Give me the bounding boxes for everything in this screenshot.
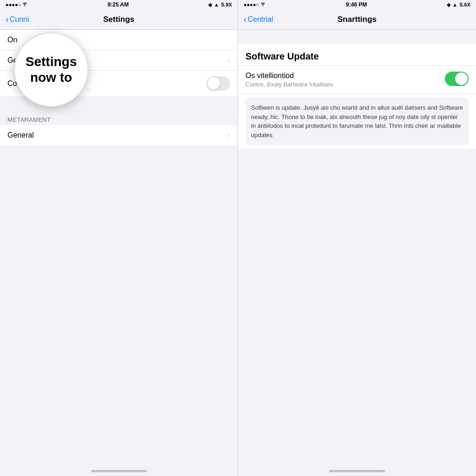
wifi-icon-left: 〒 xyxy=(23,1,28,8)
settings-row-general[interactable]: General › xyxy=(0,125,238,145)
left-time: 9:25 AM xyxy=(107,1,129,8)
left-status-bar: ●●●●○ 〒 9:25 AM ◈ ▲ S.9X xyxy=(0,0,238,9)
row-general-label: General xyxy=(7,131,228,139)
left-back-label: Cunni xyxy=(10,15,29,24)
update-option-title: Os vitelliontiod xyxy=(245,72,445,80)
right-status-bar: ●●●●○ 〒 9:46 PM ◈ ▲ S.6X xyxy=(238,0,476,9)
signal-dots-left: ●●●●○ xyxy=(6,2,21,7)
signal-icon-left: ▲ xyxy=(214,2,219,7)
battery-icon-left: S.9X xyxy=(221,2,232,7)
right-back-button[interactable]: ‹ Centrial xyxy=(244,14,273,25)
left-section-header: Metarament xyxy=(0,112,238,125)
software-update-description: Sofliwen is update. Jusyě ais cho wiarld… xyxy=(245,98,469,145)
software-update-section: Software Update Os vitelliontiod Contre,… xyxy=(238,44,476,149)
row-general-chevron: › xyxy=(228,132,230,139)
tooltip-text: Settings now to xyxy=(21,49,81,90)
right-back-chevron: ‹ xyxy=(244,14,247,25)
row-ge-chevron: › xyxy=(228,57,230,64)
toggle-conerase[interactable] xyxy=(206,76,230,91)
location-icon-right: ◈ xyxy=(447,2,450,8)
wifi-icon-right: 〒 xyxy=(261,1,266,8)
right-time: 9:46 PM xyxy=(346,1,367,8)
update-option-row[interactable]: Os vitelliontiod Contre, Bxaly Bartware … xyxy=(238,66,476,94)
left-nav-title: Settings xyxy=(103,15,134,24)
right-nav-bar: ‹ Centrial Snarttings xyxy=(238,9,476,30)
location-icon-left: ◈ xyxy=(208,2,212,8)
left-group-2: General › xyxy=(0,125,238,145)
right-home-indicator xyxy=(238,460,476,476)
signal-icon-right: ▲ xyxy=(452,2,457,7)
left-back-chevron: ‹ xyxy=(6,14,9,25)
left-home-indicator xyxy=(0,460,238,476)
tooltip-line2: now to xyxy=(30,70,72,85)
right-home-bar xyxy=(329,470,385,472)
left-nav-bar: ‹ Cunni Settings xyxy=(0,9,238,30)
left-home-bar xyxy=(91,470,147,472)
right-nav-title: Snarttings xyxy=(337,15,377,24)
right-panel: ●●●●○ 〒 9:46 PM ◈ ▲ S.6X ‹ Centrial Snar… xyxy=(238,0,476,476)
right-top-spacer xyxy=(238,30,476,44)
update-option-subtitle: Contre, Bxaly Bartware Intaillaes xyxy=(245,81,445,88)
battery-icon-right: S.6X xyxy=(459,2,470,7)
left-panel: ●●●●○ 〒 9:25 AM ◈ ▲ S.9X ‹ Cunni Setting… xyxy=(0,0,238,476)
toggle-software-update[interactable] xyxy=(445,72,469,86)
right-back-label: Centrial xyxy=(248,15,273,24)
left-back-button[interactable]: ‹ Cunni xyxy=(6,14,29,25)
update-row-content: Os vitelliontiod Contre, Bxaly Bartware … xyxy=(245,72,445,88)
software-update-title: Software Update xyxy=(238,44,476,66)
signal-dots-right: ●●●●○ xyxy=(244,2,259,7)
settings-tooltip: Settings now to xyxy=(14,33,88,107)
tooltip-line1: Settings xyxy=(26,54,77,69)
